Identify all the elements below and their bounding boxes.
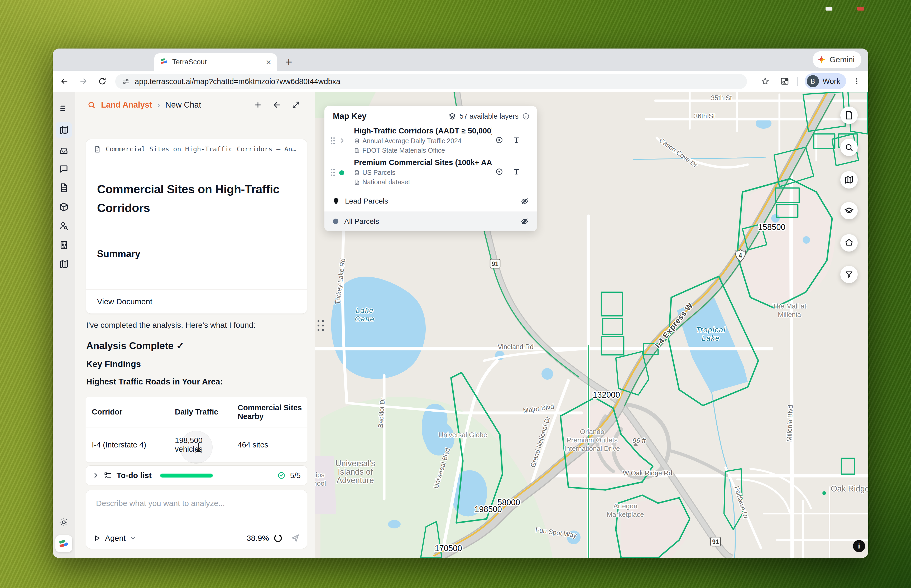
agent-mode-selector[interactable]: Agent xyxy=(105,534,126,543)
breadcrumb-agent[interactable]: Land Analyst xyxy=(101,100,152,110)
expand-layer-chevron[interactable] xyxy=(339,137,345,144)
chevron-down-icon[interactable] xyxy=(130,535,136,541)
layer-source: US Parcels xyxy=(354,169,492,176)
map-label: Vineland Rd xyxy=(498,343,533,351)
label-toggle-icon[interactable] xyxy=(513,168,520,175)
theme-toggle-icon[interactable] xyxy=(59,517,69,527)
checklist-icon xyxy=(104,472,112,479)
forward-button[interactable] xyxy=(78,76,89,87)
eye-off-icon[interactable] xyxy=(521,218,528,225)
available-layers-count[interactable]: 57 available layers xyxy=(459,112,518,121)
drag-handle-icon[interactable] xyxy=(330,168,336,177)
browser-menu-icon[interactable] xyxy=(851,76,863,87)
layer-title: Premium Commercial Sites (100k+ AA… xyxy=(354,158,492,167)
todo-list-bar[interactable]: To-do list 5/5 xyxy=(86,465,307,485)
usage-percent: 38.9% xyxy=(247,534,269,543)
lead-parcels-toggle[interactable]: Lead Parcels xyxy=(325,192,537,210)
send-icon[interactable] xyxy=(291,534,300,543)
browser-tab[interactable]: TerraScout × xyxy=(154,53,277,71)
map-filter-button[interactable] xyxy=(840,266,858,283)
gemini-sparkle-icon xyxy=(817,55,826,64)
sidebar-item-documents[interactable] xyxy=(59,183,69,193)
sidebar-item-people-search[interactable] xyxy=(59,221,69,231)
composer-input[interactable] xyxy=(86,490,307,527)
chevron-right-icon[interactable] xyxy=(92,472,99,479)
table-caption: Highest Traffic Roads in Your Area: xyxy=(86,377,223,386)
visibility-target-icon[interactable] xyxy=(495,168,503,176)
map-key-layer-row[interactable]: High-Traffic Corridors (AADT ≥ 50,000) A… xyxy=(325,126,537,155)
map-label: Millenia Blvd xyxy=(785,405,794,442)
profile-label: Work xyxy=(823,77,840,86)
todo-progress-track xyxy=(160,473,213,478)
map-label: 96 ft xyxy=(633,437,646,444)
layer-source: Annual Average Daily Traffic 2024 xyxy=(354,137,492,145)
chat-panel: Land Analyst › New Chat Commercial S xyxy=(75,92,315,558)
map-label: 198500 xyxy=(475,505,502,514)
layers-icon xyxy=(448,112,456,120)
side-panel-icon[interactable] xyxy=(779,76,790,87)
drag-handle-icon[interactable] xyxy=(330,136,336,145)
toggle-label: All Parcels xyxy=(344,217,515,226)
reload-button[interactable] xyxy=(97,76,108,87)
map-polygon-button[interactable] xyxy=(840,234,858,252)
svg-text:4: 4 xyxy=(739,252,742,259)
desktop-vehicle xyxy=(825,7,832,11)
sidebar-item-3d-data[interactable] xyxy=(59,202,69,212)
eye-off-icon[interactable] xyxy=(521,197,528,205)
layer-title: High-Traffic Corridors (AADT ≥ 50,000) xyxy=(354,126,492,135)
map-label: Oak Ridge xyxy=(831,484,868,493)
map-label: W Oak Ridge Rd xyxy=(623,469,672,477)
url-bar[interactable]: app.terrascout.ai/map?chatId=m6ktmzoio7w… xyxy=(115,74,747,89)
view-document-label: View Document xyxy=(97,297,152,306)
menu-hamburger-icon[interactable] xyxy=(59,103,69,113)
map-document-button[interactable] xyxy=(840,107,858,124)
map-key-header: Map Key 57 available layers xyxy=(325,106,537,122)
gemini-button[interactable]: Gemini xyxy=(812,51,861,68)
toggle-label: Lead Parcels xyxy=(345,197,515,205)
map-label: Universal Globe xyxy=(439,431,488,439)
pin-icon xyxy=(333,197,339,205)
map-search-button[interactable] xyxy=(840,139,858,156)
url-text[interactable]: app.terrascout.ai/map?chatId=m6ktmzoio7w… xyxy=(135,77,340,86)
all-parcels-toggle[interactable]: All Parcels xyxy=(325,212,537,231)
profile-button[interactable]: B Work xyxy=(805,73,846,89)
document-icon xyxy=(94,145,101,153)
map-label: The Mall atMillenia xyxy=(772,302,806,318)
map-key-layer-row[interactable]: Premium Commercial Sites (100k+ AA… US P… xyxy=(325,158,537,187)
sidebar-item-map[interactable] xyxy=(59,125,69,135)
back-button[interactable] xyxy=(58,76,70,87)
document-card[interactable]: Commercial Sites on High-Traffic Corrido… xyxy=(86,139,307,314)
tab-strip: TerraScout × + Gemini xyxy=(53,48,868,71)
map-label: 158500 xyxy=(758,223,785,232)
map-education-button[interactable] xyxy=(840,202,858,220)
label-toggle-icon[interactable] xyxy=(513,136,520,144)
view-document-button[interactable]: View Document xyxy=(86,289,307,313)
map-label: 170500 xyxy=(435,544,462,553)
site-settings-icon[interactable] xyxy=(121,77,130,86)
map-attribution-button[interactable]: i xyxy=(853,540,865,552)
panel-resize-handle[interactable] xyxy=(317,315,325,336)
todo-progress-fill xyxy=(160,473,213,478)
bookmark-star-icon[interactable] xyxy=(759,76,771,87)
new-chat-button[interactable] xyxy=(251,98,265,112)
tab-close-icon[interactable]: × xyxy=(266,58,271,66)
agent-search-icon xyxy=(87,101,96,109)
sidebar-item-buildings[interactable] xyxy=(59,240,69,250)
svg-text:91: 91 xyxy=(712,538,719,545)
terrascout-logo[interactable] xyxy=(55,535,72,552)
svg-text:91: 91 xyxy=(492,260,499,267)
visibility-target-icon[interactable] xyxy=(495,136,503,144)
info-icon[interactable] xyxy=(522,113,530,120)
map-layers-map-button[interactable] xyxy=(840,171,858,189)
new-tab-button[interactable]: + xyxy=(285,55,292,69)
browser-window: TerraScout × + Gemini xyxy=(53,48,868,558)
check-circle-icon xyxy=(278,472,285,479)
expand-panel-icon[interactable] xyxy=(289,98,303,112)
terrascout-app: Land Analyst › New Chat Commercial S xyxy=(53,92,868,558)
sidebar-item-atlas[interactable] xyxy=(59,259,69,269)
map-canvas[interactable]: 49191 35th St36th StCason Cove Dr158500T… xyxy=(315,92,868,558)
usage-ring-icon xyxy=(273,533,283,543)
sidebar-item-inbox[interactable] xyxy=(59,145,69,155)
chat-back-button[interactable] xyxy=(270,98,284,112)
sidebar-item-chat[interactable] xyxy=(59,164,69,174)
